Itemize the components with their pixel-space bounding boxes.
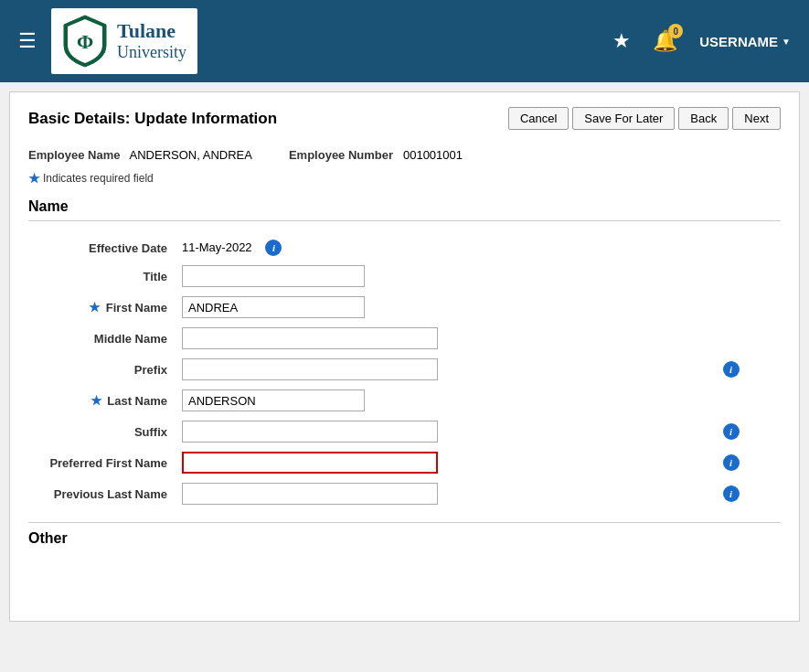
action-buttons: Cancel Save For Later Back Next xyxy=(508,107,781,130)
effective-date-label: Effective Date xyxy=(28,232,175,261)
effective-date-row: Effective Date 11-May-2022 i xyxy=(28,232,781,261)
username-dropdown-arrow: ▼ xyxy=(782,37,791,47)
suffix-label: Suffix xyxy=(28,416,175,447)
other-section-header: Other xyxy=(28,522,781,547)
first-name-label-cell: ★ First Name xyxy=(28,292,175,323)
favorites-star-icon[interactable]: ★ xyxy=(612,29,631,53)
logo-box: Φ Tulane University xyxy=(51,8,197,74)
first-name-required-star: ★ xyxy=(89,300,102,315)
last-name-row: ★ Last Name xyxy=(28,385,781,416)
first-name-row: ★ First Name xyxy=(28,292,781,323)
effective-date-info-icon[interactable]: i xyxy=(265,240,282,256)
first-name-label: First Name xyxy=(106,301,167,315)
employee-number-value: 001001001 xyxy=(403,148,463,162)
employee-name-value: ANDERSON, ANDREA xyxy=(130,148,252,162)
preferred-first-name-input[interactable] xyxy=(182,452,438,474)
tulane-shield-icon: Φ xyxy=(62,14,108,69)
suffix-row: Suffix i xyxy=(28,416,781,447)
suffix-info-icon[interactable]: i xyxy=(723,423,740,440)
notification-badge: 0 xyxy=(668,24,683,38)
page-title: Basic Details: Update Information xyxy=(28,110,277,128)
previous-last-name-row: Previous Last Name i xyxy=(28,478,781,509)
last-name-required-star: ★ xyxy=(90,393,104,408)
hamburger-icon[interactable]: ☰ xyxy=(18,29,37,53)
middle-name-input[interactable] xyxy=(182,327,438,349)
name-section-header: Name xyxy=(28,198,781,221)
last-name-label: Last Name xyxy=(107,394,167,408)
name-form-table: Effective Date 11-May-2022 i Title xyxy=(28,232,781,509)
suffix-input[interactable] xyxy=(182,421,438,443)
notifications-bell[interactable]: 🔔 0 xyxy=(653,29,677,53)
header-left: ☰ Φ Tulane University xyxy=(18,8,197,74)
middle-name-label: Middle Name xyxy=(28,323,175,354)
previous-last-name-input[interactable] xyxy=(182,483,438,505)
required-note: ★ Indicates required field xyxy=(28,171,781,186)
prefix-input[interactable] xyxy=(182,358,438,380)
page-header: Basic Details: Update Information Cancel… xyxy=(28,107,781,137)
username-label: USERNAME xyxy=(699,34,778,49)
logo-text: Tulane University xyxy=(117,19,186,63)
title-input[interactable] xyxy=(182,265,365,287)
preferred-first-name-label: Preferred First Name xyxy=(28,447,175,478)
preferred-first-name-info-icon[interactable]: i xyxy=(723,454,740,471)
effective-date-value: 11-May-2022 i xyxy=(175,232,712,261)
username-menu[interactable]: USERNAME ▼ xyxy=(699,34,791,49)
logo-tulane: Tulane xyxy=(117,19,186,43)
preferred-first-name-row: Preferred First Name i xyxy=(28,447,781,478)
middle-name-row: Middle Name xyxy=(28,323,781,354)
logo-university: University xyxy=(117,43,186,63)
required-star-icon: ★ xyxy=(28,171,40,186)
save-for-later-button[interactable]: Save For Later xyxy=(572,107,675,130)
employee-name-label: Employee Name ANDERSON, ANDREA xyxy=(28,148,252,162)
required-note-text: Indicates required field xyxy=(43,172,154,185)
last-name-label-cell: ★ Last Name xyxy=(28,385,175,416)
title-row: Title xyxy=(28,261,781,292)
header-right: ★ 🔔 0 USERNAME ▼ xyxy=(612,29,791,53)
back-button[interactable]: Back xyxy=(678,107,729,130)
main-content: Basic Details: Update Information Cancel… xyxy=(9,91,800,622)
prefix-label: Prefix xyxy=(28,354,175,385)
prefix-row: Prefix i xyxy=(28,354,781,385)
employee-info-row: Employee Name ANDERSON, ANDREA Employee … xyxy=(28,148,781,162)
app-header: ☰ Φ Tulane University ★ 🔔 0 USERNAME ▼ xyxy=(0,0,809,82)
svg-text:Φ: Φ xyxy=(77,30,93,53)
cancel-button[interactable]: Cancel xyxy=(508,107,569,130)
previous-last-name-info-icon[interactable]: i xyxy=(723,485,740,502)
prefix-info-icon[interactable]: i xyxy=(723,361,740,378)
title-label: Title xyxy=(28,261,175,292)
last-name-input[interactable] xyxy=(182,389,365,411)
previous-last-name-label: Previous Last Name xyxy=(28,478,175,509)
first-name-input[interactable] xyxy=(182,296,365,318)
next-button[interactable]: Next xyxy=(732,107,781,130)
employee-number-label: Employee Number 001001001 xyxy=(289,148,463,162)
